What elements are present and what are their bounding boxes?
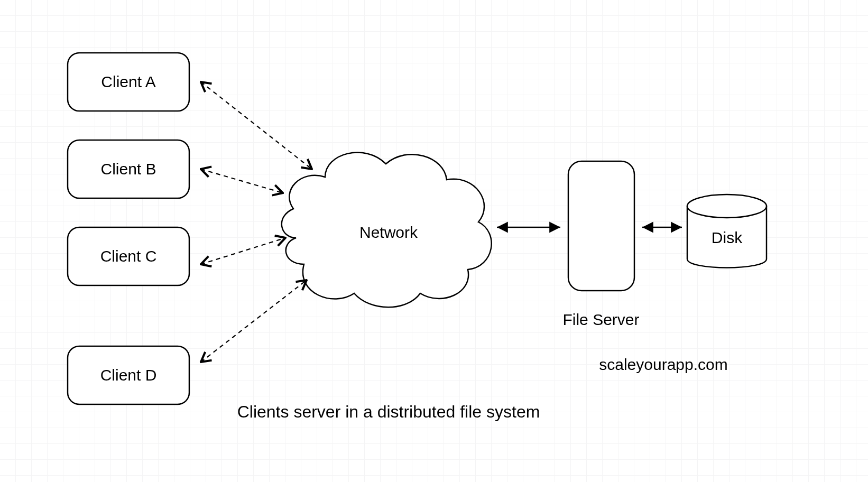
edge-client-c-network [201, 238, 285, 264]
client-b-label: Client B [100, 160, 156, 178]
client-b-node: Client B [68, 140, 189, 198]
network-cloud: Network [282, 152, 492, 307]
edge-client-a-network [201, 82, 312, 169]
client-d-node: Client D [68, 346, 189, 404]
client-a-label: Client A [101, 73, 155, 90]
svg-point-5 [687, 194, 767, 218]
client-c-node: Client C [68, 227, 189, 285]
edge-client-b-network [201, 169, 283, 193]
network-label: Network [359, 224, 418, 241]
client-d-label: Client D [100, 366, 157, 384]
client-a-node: Client A [68, 53, 189, 111]
disk-label: Disk [712, 229, 743, 246]
svg-rect-4 [568, 161, 634, 291]
file-server-label: File Server [562, 311, 639, 328]
diagram-caption: Clients server in a distributed file sys… [237, 402, 540, 421]
attribution-label: scaleyourapp.com [599, 356, 727, 373]
disk-node: Disk [687, 194, 767, 268]
diagram-canvas: Client A Client B Client C Client D Netw… [0, 0, 868, 482]
client-c-label: Client C [100, 247, 157, 265]
edge-client-d-network [201, 280, 307, 362]
file-server-node: File Server [562, 161, 639, 328]
